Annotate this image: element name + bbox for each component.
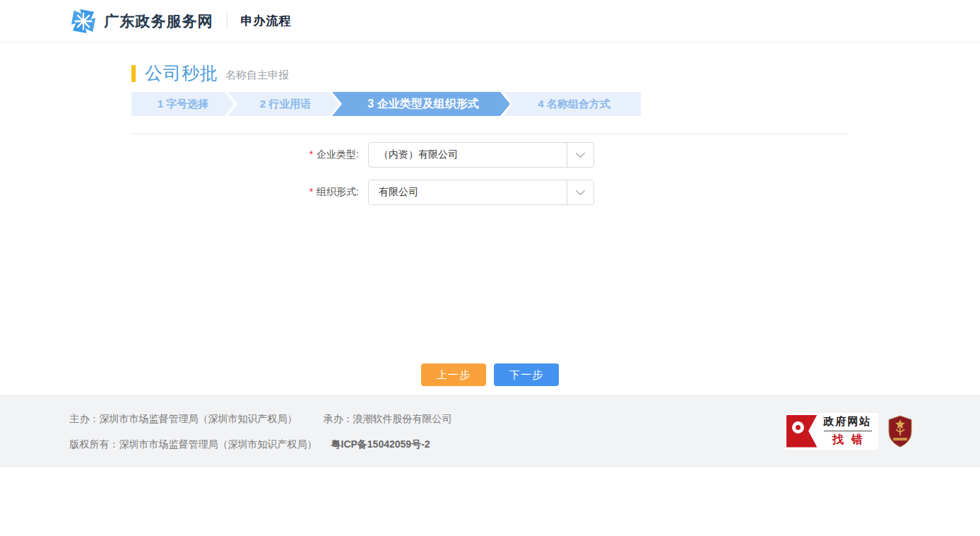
required-mark: * [309,148,313,160]
enterprise-type-select[interactable]: （内资）有限公司 [368,142,594,168]
header-inner: 广东政务服务网 申办流程 [66,8,914,35]
required-mark: * [309,186,313,197]
enterprise-type-label: *企业类型: [131,148,368,161]
org-form-select[interactable]: 有限公司 [368,180,594,205]
host-value: 深圳市市场监督管理局（深圳市知识产权局） [100,413,297,424]
org-form-value: 有限公司 [369,180,567,204]
chevron-down-icon [576,186,585,195]
wizard-buttons: 上一步 下一步 [131,363,849,386]
step-2-tab[interactable]: 2 行业用语 [228,92,339,116]
org-form-dropdown-button[interactable] [567,180,594,204]
footer-text: 主办：深圳市市场监督管理局（深圳市知识产权局）承办：浪潮软件股份有限公司 版权所… [70,406,452,457]
host-label: 主办： [70,413,100,424]
content-divider [131,134,849,134]
site-logo-icon[interactable] [70,8,97,35]
title-accent-bar [131,65,136,82]
site-header: 广东政务服务网 申办流程 [0,0,980,42]
footer-line1: 主办：深圳市市场监督管理局（深圳市知识产权局）承办：浪潮软件股份有限公司 [70,406,452,431]
page-title: 公司秒批 [145,62,218,85]
chevron-down-icon [576,148,585,158]
step-3-tab[interactable]: 3 企业类型及组织形式 [332,92,510,116]
step-4-tab[interactable]: 4 名称组合方式 [503,92,641,116]
step-1-tab[interactable]: 1 字号选择 [131,92,235,116]
copyright-label: 版权所有： [70,438,119,450]
footer-badges: 政府网站 找错 [785,413,914,450]
prev-step-button[interactable]: 上一步 [421,363,486,386]
enterprise-type-row: *企业类型: （内资）有限公司 [131,142,849,168]
undertake-value: 浪潮软件股份有限公司 [353,413,452,424]
error-badge-text: 政府网站 找错 [824,415,872,448]
error-badge-divider [824,431,872,431]
step-indicator: 1 字号选择 2 行业用语 3 企业类型及组织形式 4 名称组合方式 [131,92,641,116]
main-content: 公司秒批 名称自主申报 1 字号选择 2 行业用语 3 企业类型及组织形式 4 … [131,62,849,386]
org-form-label: *组织形式: [131,186,368,199]
copyright-value: 深圳市市场监督管理局（深圳市知识产权局） [119,438,317,450]
error-badge-line2: 找错 [832,433,870,448]
org-form-row: *组织形式: 有限公司 [131,180,849,205]
footer-inner: 主办：深圳市市场监督管理局（深圳市知识产权局）承办：浪潮软件股份有限公司 版权所… [66,396,914,466]
page-head: 公司秒批 名称自主申报 [131,62,849,85]
gov-site-error-badge[interactable]: 政府网站 找错 [785,413,878,450]
form-area: *企业类型: （内资）有限公司 *组织形式: 有限公司 [131,142,849,205]
magnifier-flag-icon [786,414,820,448]
enterprise-type-value: （内资）有限公司 [369,143,567,167]
next-step-button[interactable]: 下一步 [494,363,559,386]
enterprise-type-dropdown-button[interactable] [567,143,594,167]
page-footer: 主办：深圳市市场监督管理局（深圳市知识产权局）承办：浪潮软件股份有限公司 版权所… [0,395,980,467]
error-badge-line1: 政府网站 [824,415,872,429]
undertake-label: 承办： [324,413,353,424]
header-divider [227,13,228,29]
site-identity-shield-icon[interactable] [887,415,913,448]
section-title: 申办流程 [241,13,292,29]
enterprise-type-label-text: 企业类型: [317,148,359,160]
footer-line2: 版权所有：深圳市市场监督管理局（深圳市知识产权局）粤ICP备15042059号-… [70,431,452,457]
page-subtitle: 名称自主申报 [225,64,289,82]
icp-number: 粤ICP备15042059号-2 [331,438,430,450]
site-name[interactable]: 广东政务服务网 [105,11,213,31]
org-form-label-text: 组织形式: [317,186,359,197]
